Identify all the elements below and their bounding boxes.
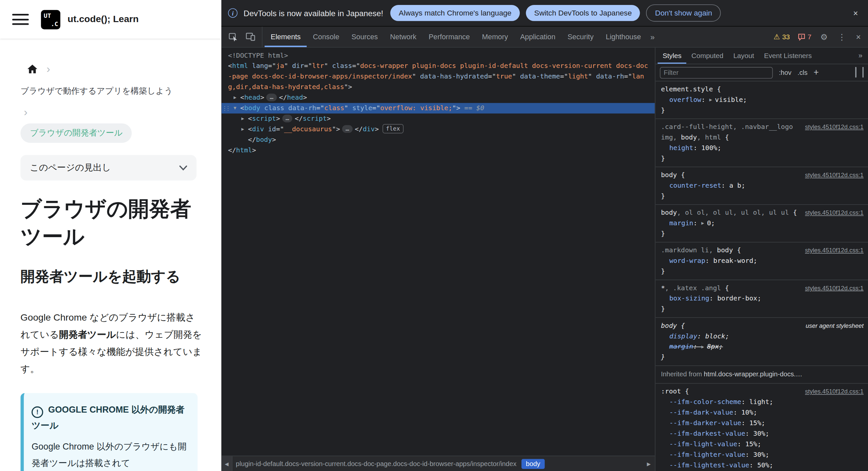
- sidebar-tab-event-listeners[interactable]: Event Listeners: [759, 48, 817, 64]
- css-property-ifm-color-scheme[interactable]: --ifm-color-scheme: light;: [661, 397, 863, 408]
- inspect-element-icon[interactable]: [225, 27, 242, 47]
- stylesheet-link[interactable]: styles.4510f12d.css:1: [805, 122, 864, 132]
- section-heading: 開発者ツールを起動する: [21, 266, 197, 287]
- menu-button[interactable]: [12, 14, 29, 25]
- toggle-element-state-button[interactable]: :hov: [779, 69, 792, 76]
- sidebar-tab-layout[interactable]: Layout: [728, 48, 759, 64]
- css-property-word-wrap[interactable]: word-wrap: break-word;: [661, 256, 863, 266]
- tab-memory[interactable]: Memory: [476, 27, 514, 47]
- stylesheet-link[interactable]: styles.4510f12d.css:1: [805, 283, 864, 293]
- css-property-height[interactable]: height: 100%;: [661, 143, 863, 153]
- logo-text-bottom: .C: [51, 20, 58, 27]
- devtools-infobar: i DevTools is now available in Japanese!…: [221, 0, 868, 27]
- styles-filter-input[interactable]: [660, 67, 773, 78]
- stylesheet-link[interactable]: styles.4510f12d.css:1: [805, 386, 864, 397]
- dom-tree: <!DOCTYPE html><html lang="ja" dir="ltr"…: [221, 51, 655, 156]
- crumb-scroll-right-button[interactable]: ▶: [643, 456, 655, 471]
- dom-node-body[interactable]: ⋮⋮▼<body class data-rh="class" style="ov…: [221, 103, 655, 114]
- site-logo[interactable]: UT .C: [41, 9, 60, 29]
- grid-icon[interactable]: [855, 68, 856, 77]
- breadcrumb: › ブラウザで動作するアプリを構築しよう › ブラウザの開発者ツール: [21, 58, 197, 144]
- sidebar-tab-styles[interactable]: Styles: [658, 48, 686, 64]
- element-crumb-path[interactable]: plugin-id-default.docs-version-current.d…: [236, 460, 517, 468]
- stylesheet-link[interactable]: styles.4510f12d.css:1: [805, 208, 864, 218]
- stylesheet-link[interactable]: styles.4510f12d.css:1: [805, 170, 864, 181]
- dont-show-again-button[interactable]: Don't show again: [646, 4, 721, 22]
- stylesheet-link[interactable]: styles.4510f12d.css:1: [805, 245, 864, 256]
- sidebar-tab-computed[interactable]: Computed: [687, 48, 728, 64]
- info-admonition: !GOOGLE CHROME 以外の開発者ツール Google Chrome 以…: [21, 393, 197, 471]
- flex-badge[interactable]: flex: [382, 124, 403, 133]
- switch-to-japanese-button[interactable]: Switch DevTools to Japanese: [526, 5, 640, 21]
- tab-network[interactable]: Network: [384, 27, 423, 47]
- dom-node-div[interactable]: ▶<div id="__docusaurus">…</div>flex: [221, 124, 655, 134]
- tab-sources[interactable]: Sources: [345, 27, 384, 47]
- issues-badge[interactable]: 7: [795, 33, 814, 40]
- css-selector: element.style {: [661, 84, 863, 95]
- css-property-display[interactable]: display: block;: [661, 331, 863, 342]
- tab-performance[interactable]: Performance: [423, 27, 476, 47]
- home-icon[interactable]: [27, 64, 38, 73]
- css-property-ifm-light-value[interactable]: --ifm-light-value: 15%;: [661, 439, 863, 449]
- always-match-language-button[interactable]: Always match Chrome's language: [391, 5, 520, 21]
- computed-panel-toggle-icon[interactable]: [862, 68, 863, 77]
- tab-lighthouse[interactable]: Lighthouse: [599, 27, 647, 47]
- chevron-right-icon: ›: [24, 106, 27, 118]
- settings-gear-icon[interactable]: ⚙: [816, 32, 832, 42]
- css-property-overflow[interactable]: overflow: ▶ visible;: [661, 95, 863, 105]
- tab-elements[interactable]: Elements: [265, 27, 307, 47]
- infobar-close-icon[interactable]: ×: [850, 8, 861, 18]
- toc-toggle[interactable]: このページの見出し: [21, 155, 196, 181]
- dom-node-body[interactable]: </body>: [221, 134, 655, 145]
- dom-node-html[interactable]: </html>: [221, 145, 655, 156]
- css-property-margin[interactable]: margin: ▶ 0;: [661, 218, 863, 228]
- css-property-ifm-lighter-value[interactable]: --ifm-lighter-value: 30%;: [661, 449, 863, 460]
- inherited-element-link[interactable]: html.docs-wrapper.plugin-docs.…: [704, 370, 802, 378]
- style-rule: user agent stylesheetbody {display: bloc…: [655, 318, 868, 366]
- site-title[interactable]: ut.code(); Learn: [68, 14, 139, 25]
- style-rule: styles.4510f12d.css:1.markdown li, body …: [655, 243, 868, 280]
- dom-node-html[interactable]: <html lang="ja" dir="ltr" class="docs-wr…: [221, 61, 655, 93]
- more-tabs-icon[interactable]: »: [647, 27, 658, 47]
- css-property-box-sizing[interactable]: box-sizing: border-box;: [661, 293, 863, 304]
- css-property-counter-reset[interactable]: counter-reset: a b;: [661, 181, 863, 191]
- infobar-message: DevTools is now available in Japanese!: [244, 8, 383, 18]
- kebab-menu-icon[interactable]: ⋮: [834, 32, 850, 42]
- chevron-down-icon: [179, 165, 187, 170]
- body-paragraph: Google Chrome などのブラウザに搭載されている開発者ツールには、ウェ…: [21, 309, 204, 378]
- toolbar-right-cluster: ⚠ 33 7 ⚙ ⋮ ×: [771, 27, 868, 47]
- dom-node-doctype[interactable]: <!DOCTYPE html>: [221, 51, 655, 61]
- style-rule: styles.4510f12d.css:1.card--full-height,…: [655, 119, 868, 167]
- stylesheet-origin-label: user agent stylesheet: [806, 321, 864, 331]
- tab-security[interactable]: Security: [562, 27, 600, 47]
- device-toolbar-icon[interactable]: [242, 27, 262, 47]
- issues-icon: [798, 33, 806, 40]
- css-property-ifm-lightest-value[interactable]: --ifm-lightest-value: 50%;: [661, 460, 863, 471]
- css-property-margin[interactable]: margin: ▶ 8px;: [661, 342, 863, 352]
- css-property-ifm-dark-value[interactable]: --ifm-dark-value: 10%;: [661, 407, 863, 418]
- chevron-right-icon: ›: [46, 63, 50, 74]
- style-rule: styles.4510f12d.css:1:root {--ifm-color-…: [655, 384, 868, 471]
- devtools-close-icon[interactable]: ×: [852, 32, 865, 41]
- tab-console[interactable]: Console: [307, 27, 345, 47]
- element-classes-button[interactable]: .cls: [798, 69, 807, 76]
- paragraph-bold-text: 開発者ツール: [59, 329, 116, 340]
- dom-node-head[interactable]: ▶<head>…</head>: [221, 92, 655, 103]
- selected-element-crumb[interactable]: body: [521, 459, 545, 469]
- breadcrumb-item[interactable]: ブラウザで動作するアプリを構築しよう: [21, 86, 173, 96]
- warning-count: 33: [782, 33, 790, 40]
- new-style-rule-button[interactable]: +: [814, 68, 819, 77]
- css-property-ifm-darkest-value[interactable]: --ifm-darkest-value: 30%;: [661, 429, 863, 439]
- tab-application[interactable]: Application: [514, 27, 562, 47]
- crumb-scroll-left-button[interactable]: ◀: [221, 456, 232, 471]
- page-title: ブラウザの開発者ツール: [21, 195, 204, 250]
- sidebar-more-tabs-icon[interactable]: »: [855, 48, 866, 64]
- warnings-badge[interactable]: ⚠ 33: [771, 33, 793, 40]
- style-rule: styles.4510f12d.css:1body, ol ol, ol ul,…: [655, 205, 868, 243]
- styles-toolbar: :hov .cls +: [655, 64, 868, 82]
- css-property-ifm-darker-value[interactable]: --ifm-darker-value: 15%;: [661, 418, 863, 429]
- devtools-panel: i DevTools is now available in Japanese!…: [221, 0, 868, 471]
- dom-node-script[interactable]: ▶<script>…</script>: [221, 114, 655, 124]
- info-icon: i: [228, 8, 238, 18]
- inherited-from-row: Inherited from html.docs-wrapper.plugin-…: [655, 366, 868, 384]
